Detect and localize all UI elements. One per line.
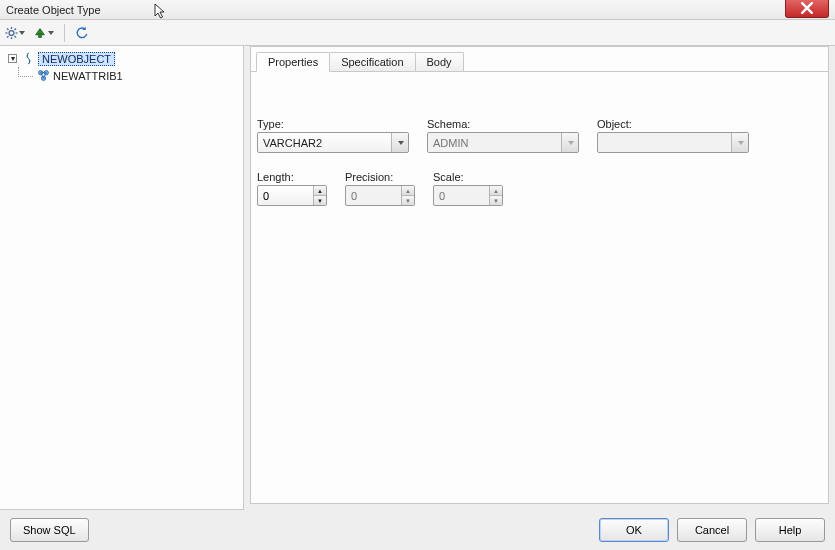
tool-add-button[interactable] <box>28 23 58 43</box>
attribute-icon <box>36 69 50 83</box>
close-button[interactable] <box>785 0 829 18</box>
chevron-down-icon <box>19 31 25 35</box>
tool-refresh-button[interactable] <box>71 23 93 43</box>
ok-button[interactable]: OK <box>599 518 669 542</box>
chevron-down-icon <box>391 133 408 152</box>
length-input[interactable] <box>263 190 313 202</box>
svg-line-5 <box>7 28 8 29</box>
cancel-label: Cancel <box>695 524 729 536</box>
svg-point-0 <box>9 30 14 35</box>
title-bar: Create Object Type <box>0 0 835 20</box>
chevron-down-icon <box>731 133 748 152</box>
svg-rect-9 <box>38 33 41 37</box>
type-value: VARCHAR2 <box>263 137 391 149</box>
toolbar-divider <box>64 24 65 42</box>
tree-collapse-toggle[interactable]: ▾ <box>8 54 17 63</box>
cursor-arrow-icon <box>154 3 168 21</box>
object-type-icon <box>21 52 35 66</box>
tab-body-label: Body <box>427 56 452 68</box>
help-label: Help <box>779 524 802 536</box>
tab-panel-properties: Type: VARCHAR2 Schema: ADMIN <box>251 72 828 503</box>
object-label: Object: <box>597 118 749 130</box>
refresh-icon <box>75 26 89 40</box>
window-title: Create Object Type <box>6 4 101 16</box>
type-label: Type: <box>257 118 409 130</box>
svg-line-6 <box>15 36 16 37</box>
close-icon <box>801 2 813 14</box>
cancel-button[interactable]: Cancel <box>677 518 747 542</box>
tree-root-label: NEWOBJECT <box>38 52 115 66</box>
show-sql-label: Show SQL <box>23 524 76 536</box>
scale-spinner: ▲▼ <box>433 185 503 206</box>
ok-label: OK <box>626 524 642 536</box>
tool-gear-button[interactable] <box>4 23 26 43</box>
svg-line-8 <box>7 36 8 37</box>
spinner-buttons[interactable]: ▲▼ <box>313 186 326 205</box>
tree-child-label: NEWATTRIB1 <box>53 70 123 82</box>
precision-label: Precision: <box>345 171 415 183</box>
precision-spinner: ▲▼ <box>345 185 415 206</box>
tab-specification[interactable]: Specification <box>329 52 415 71</box>
toolbar <box>0 20 835 46</box>
scale-input <box>439 190 489 202</box>
schema-label: Schema: <box>427 118 579 130</box>
spinner-buttons: ▲▼ <box>401 186 414 205</box>
tab-properties[interactable]: Properties <box>256 52 330 72</box>
help-button[interactable]: Help <box>755 518 825 542</box>
tree-child-row[interactable]: NEWATTRIB1 <box>2 67 241 84</box>
tree-root-row[interactable]: ▾ NEWOBJECT <box>2 50 241 67</box>
scale-label: Scale: <box>433 171 503 183</box>
right-pane: Properties Specification Body Type: VARC… <box>250 46 835 510</box>
add-icon <box>33 26 47 40</box>
tree-pane: ▾ NEWOBJECT NEWATTRIB1 <box>0 46 244 510</box>
chevron-down-icon <box>561 133 578 152</box>
precision-input <box>351 190 401 202</box>
schema-select: ADMIN <box>427 132 579 153</box>
tabs: Properties Specification Body <box>251 47 828 72</box>
type-select[interactable]: VARCHAR2 <box>257 132 409 153</box>
gear-icon <box>5 26 18 40</box>
spinner-buttons: ▲▼ <box>489 186 502 205</box>
tab-properties-label: Properties <box>268 56 318 68</box>
svg-line-7 <box>15 28 16 29</box>
footer: Show SQL OK Cancel Help <box>0 510 835 550</box>
length-spinner[interactable]: ▲▼ <box>257 185 327 206</box>
object-select <box>597 132 749 153</box>
tab-specification-label: Specification <box>341 56 403 68</box>
show-sql-button[interactable]: Show SQL <box>10 518 89 542</box>
tab-body[interactable]: Body <box>415 52 464 71</box>
length-label: Length: <box>257 171 327 183</box>
chevron-down-icon <box>48 31 54 35</box>
schema-value: ADMIN <box>433 137 561 149</box>
